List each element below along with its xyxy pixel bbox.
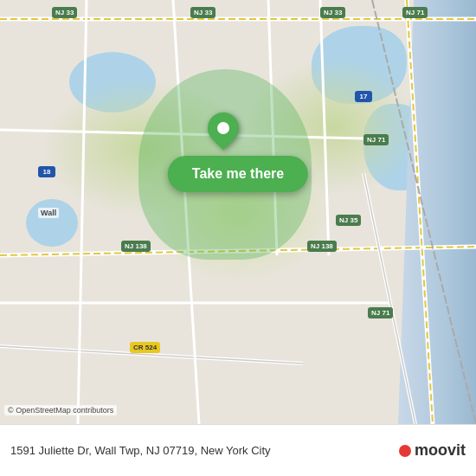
shield-nj71-bot: NJ 71 [368, 307, 393, 318]
pin-body [202, 106, 246, 151]
shield-nj35: NJ 35 [336, 215, 361, 226]
shield-nj33-top-mid: NJ 33 [190, 7, 215, 18]
map-pin [208, 113, 239, 144]
moovit-logo: moovit [399, 441, 466, 460]
bottom-bar: 1591 Juliette Dr, Wall Twp, NJ 07719, Ne… [0, 424, 476, 476]
address-text: 1591 Juliette Dr, Wall Twp, NJ 07719, Ne… [10, 444, 271, 457]
osm-credit: © OpenStreetMap contributors [4, 405, 117, 415]
wall-label: Wall [38, 208, 59, 218]
shield-nj33-top-left: NJ 33 [52, 7, 77, 18]
pin-inner [217, 122, 229, 134]
moovit-dot-icon [399, 445, 411, 457]
shield-nj33-top-right: NJ 33 [320, 7, 345, 18]
take-me-there-button[interactable]: Take me there [168, 156, 308, 192]
shield-nj138-right: NJ 138 [307, 241, 337, 252]
moovit-logo-text: moovit [415, 441, 466, 460]
shield-17: 17 [355, 91, 372, 102]
shield-18: 18 [38, 166, 55, 177]
shield-nj71-mid: NJ 71 [363, 134, 389, 145]
shield-nj138-left: NJ 138 [121, 241, 151, 252]
map-container: NJ 33 NJ 33 NJ 33 NJ 71 NJ 71 NJ 71 NJ 3… [0, 0, 476, 424]
shield-nj71-top-right: NJ 71 [402, 7, 428, 18]
shield-cr524: CR 524 [130, 342, 160, 353]
